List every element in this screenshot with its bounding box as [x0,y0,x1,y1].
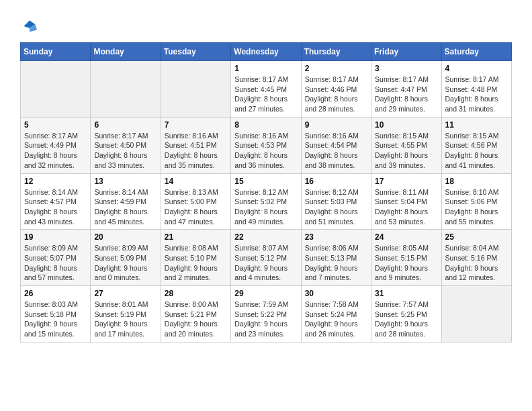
day-number: 23 [305,232,367,242]
weekday-tuesday: Tuesday [161,43,230,61]
day-cell: 7Sunrise: 8:16 AM Sunset: 4:51 PM Daylig… [161,117,230,173]
day-cell: 31Sunrise: 7:57 AM Sunset: 5:25 PM Dayli… [371,286,441,342]
day-number: 17 [375,177,437,186]
day-cell [21,61,91,118]
logo [20,17,42,36]
day-cell: 2Sunrise: 8:17 AM Sunset: 4:46 PM Daylig… [301,61,371,118]
day-number: 7 [165,120,227,130]
day-number: 10 [375,120,437,130]
day-info: Sunrise: 8:17 AM Sunset: 4:49 PM Dayligh… [24,131,87,171]
day-info: Sunrise: 8:17 AM Sunset: 4:48 PM Dayligh… [445,75,508,114]
day-info: Sunrise: 8:07 AM Sunset: 5:12 PM Dayligh… [234,243,297,283]
day-info: Sunrise: 7:58 AM Sunset: 5:24 PM Dayligh… [305,300,367,339]
day-number: 29 [234,289,297,298]
day-info: Sunrise: 8:11 AM Sunset: 5:04 PM Dayligh… [375,187,437,227]
weekday-monday: Monday [91,43,161,61]
week-row-3: 12Sunrise: 8:14 AM Sunset: 4:57 PM Dayli… [21,173,512,230]
day-cell: 6Sunrise: 8:17 AM Sunset: 4:50 PM Daylig… [91,117,161,173]
day-info: Sunrise: 8:12 AM Sunset: 5:02 PM Dayligh… [234,187,297,227]
day-cell: 14Sunrise: 8:13 AM Sunset: 5:00 PM Dayli… [161,173,230,230]
day-number: 14 [165,177,227,186]
day-info: Sunrise: 8:17 AM Sunset: 4:45 PM Dayligh… [234,75,297,114]
day-cell: 5Sunrise: 8:17 AM Sunset: 4:49 PM Daylig… [21,117,91,173]
day-number: 31 [375,289,437,298]
day-info: Sunrise: 8:14 AM Sunset: 4:57 PM Dayligh… [24,187,87,227]
day-info: Sunrise: 8:15 AM Sunset: 4:55 PM Dayligh… [375,131,437,171]
day-info: Sunrise: 8:06 AM Sunset: 5:13 PM Dayligh… [305,243,367,283]
day-info: Sunrise: 8:17 AM Sunset: 4:46 PM Dayligh… [305,75,367,114]
day-number: 20 [94,232,157,242]
day-info: Sunrise: 7:59 AM Sunset: 5:22 PM Dayligh… [234,300,297,339]
day-cell: 28Sunrise: 8:00 AM Sunset: 5:21 PM Dayli… [161,286,230,342]
day-cell: 19Sunrise: 8:09 AM Sunset: 5:07 PM Dayli… [21,230,91,286]
day-info: Sunrise: 8:05 AM Sunset: 5:15 PM Dayligh… [375,243,437,283]
day-info: Sunrise: 8:09 AM Sunset: 5:09 PM Dayligh… [94,243,157,283]
day-number: 22 [234,232,297,242]
day-cell: 29Sunrise: 7:59 AM Sunset: 5:22 PM Dayli… [231,286,301,342]
weekday-sunday: Sunday [21,43,91,61]
day-number: 25 [445,232,508,242]
day-number: 12 [24,177,87,186]
day-info: Sunrise: 8:12 AM Sunset: 5:03 PM Dayligh… [305,187,367,227]
day-cell: 27Sunrise: 8:01 AM Sunset: 5:19 PM Dayli… [91,286,161,342]
day-number: 24 [375,232,437,242]
day-info: Sunrise: 8:16 AM Sunset: 4:53 PM Dayligh… [234,131,297,171]
calendar-header: SundayMondayTuesdayWednesdayThursdayFrid… [21,43,512,61]
day-cell: 8Sunrise: 8:16 AM Sunset: 4:53 PM Daylig… [231,117,301,173]
calendar-body: 1Sunrise: 8:17 AM Sunset: 4:45 PM Daylig… [21,61,512,342]
day-number: 9 [305,120,367,130]
day-number: 3 [375,64,437,73]
day-cell: 20Sunrise: 8:09 AM Sunset: 5:09 PM Dayli… [91,230,161,286]
day-cell: 13Sunrise: 8:14 AM Sunset: 4:59 PM Dayli… [91,173,161,230]
day-info: Sunrise: 7:57 AM Sunset: 5:25 PM Dayligh… [375,300,437,339]
day-info: Sunrise: 8:17 AM Sunset: 4:47 PM Dayligh… [375,75,437,114]
day-number: 2 [305,64,367,73]
day-cell [161,61,230,118]
day-number: 28 [165,289,227,298]
day-number: 11 [445,120,508,130]
day-info: Sunrise: 8:16 AM Sunset: 4:54 PM Dayligh… [305,131,367,171]
day-number: 16 [305,177,367,186]
day-cell: 17Sunrise: 8:11 AM Sunset: 5:04 PM Dayli… [371,173,441,230]
day-number: 19 [24,232,87,242]
day-cell: 11Sunrise: 8:15 AM Sunset: 4:56 PM Dayli… [441,117,511,173]
day-info: Sunrise: 8:00 AM Sunset: 5:21 PM Dayligh… [165,300,227,339]
day-number: 1 [234,64,297,73]
week-row-5: 26Sunrise: 8:03 AM Sunset: 5:18 PM Dayli… [21,286,512,342]
day-number: 5 [24,120,87,130]
day-cell: 25Sunrise: 8:04 AM Sunset: 5:16 PM Dayli… [441,230,511,286]
day-info: Sunrise: 8:01 AM Sunset: 5:19 PM Dayligh… [94,300,157,339]
weekday-row: SundayMondayTuesdayWednesdayThursdayFrid… [21,43,512,61]
day-number: 30 [305,289,367,298]
day-number: 13 [94,177,157,186]
day-cell: 15Sunrise: 8:12 AM Sunset: 5:02 PM Dayli… [231,173,301,230]
day-info: Sunrise: 8:16 AM Sunset: 4:51 PM Dayligh… [165,131,227,171]
day-cell [91,61,161,118]
day-info: Sunrise: 8:03 AM Sunset: 5:18 PM Dayligh… [24,300,87,339]
day-info: Sunrise: 8:17 AM Sunset: 4:50 PM Dayligh… [94,131,157,171]
day-cell: 30Sunrise: 7:58 AM Sunset: 5:24 PM Dayli… [301,286,371,342]
weekday-wednesday: Wednesday [231,43,301,61]
day-cell [441,286,511,342]
day-number: 21 [165,232,227,242]
week-row-4: 19Sunrise: 8:09 AM Sunset: 5:07 PM Dayli… [21,230,512,286]
day-cell: 23Sunrise: 8:06 AM Sunset: 5:13 PM Dayli… [301,230,371,286]
logo-icon [20,17,39,36]
day-number: 27 [94,289,157,298]
day-info: Sunrise: 8:04 AM Sunset: 5:16 PM Dayligh… [445,243,508,283]
day-number: 15 [234,177,297,186]
page-header [20,13,512,36]
day-cell: 9Sunrise: 8:16 AM Sunset: 4:54 PM Daylig… [301,117,371,173]
day-info: Sunrise: 8:15 AM Sunset: 4:56 PM Dayligh… [445,131,508,171]
day-info: Sunrise: 8:14 AM Sunset: 4:59 PM Dayligh… [94,187,157,227]
day-info: Sunrise: 8:13 AM Sunset: 5:00 PM Dayligh… [165,187,227,227]
day-cell: 24Sunrise: 8:05 AM Sunset: 5:15 PM Dayli… [371,230,441,286]
week-row-2: 5Sunrise: 8:17 AM Sunset: 4:49 PM Daylig… [21,117,512,173]
day-cell: 1Sunrise: 8:17 AM Sunset: 4:45 PM Daylig… [231,61,301,118]
day-number: 8 [234,120,297,130]
day-number: 4 [445,64,508,73]
week-row-1: 1Sunrise: 8:17 AM Sunset: 4:45 PM Daylig… [21,61,512,118]
day-cell: 4Sunrise: 8:17 AM Sunset: 4:48 PM Daylig… [441,61,511,118]
calendar: SundayMondayTuesdayWednesdayThursdayFrid… [20,42,512,342]
day-info: Sunrise: 8:08 AM Sunset: 5:10 PM Dayligh… [165,243,227,283]
